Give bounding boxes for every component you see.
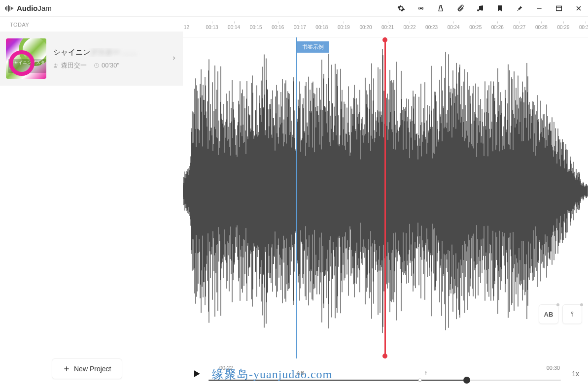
section-today: TODAY xyxy=(0,17,183,32)
settings-icon[interactable] xyxy=(397,4,406,13)
ruler-tick: 00:18 xyxy=(315,24,328,30)
timeline-handle[interactable] xyxy=(463,377,470,384)
chevron-right-icon xyxy=(171,54,177,63)
timeline-scrubber[interactable]: 00:22 00:30 AB xyxy=(208,364,561,384)
pin-icon[interactable] xyxy=(515,4,524,13)
bookmark-icon[interactable] xyxy=(495,4,504,13)
project-thumbnail: シャイニングスター xyxy=(6,38,46,79)
ab-loop-button[interactable]: AB xyxy=(539,304,558,324)
time-total: 00:30 xyxy=(547,365,560,371)
logo-text-2: Jam xyxy=(38,4,52,12)
timeline-track[interactable] xyxy=(208,380,561,381)
ruler-tick: 00:27 xyxy=(513,24,525,30)
svg-point-13 xyxy=(55,64,57,65)
ab-marker-label: AB xyxy=(297,370,305,376)
timeline-ruler[interactable]: 1200:1300:1400:1500:1600:1700:1800:1900:… xyxy=(183,17,588,37)
ruler-tick: 00:16 xyxy=(272,24,284,30)
play-button[interactable] xyxy=(192,369,202,379)
project-info: シャイニングスター …… 森田交一 00'30" xyxy=(53,48,171,70)
playback-speed[interactable]: 1x xyxy=(572,370,579,378)
ruler-tick: 00:28 xyxy=(535,24,548,30)
svg-point-6 xyxy=(420,7,422,9)
ruler-tick: 00:22 xyxy=(404,24,416,30)
ruler-tick: 00:26 xyxy=(491,24,504,30)
playhead[interactable] xyxy=(384,37,386,358)
project-title: シャイニングスター …… xyxy=(53,48,171,57)
ruler-tick: 00:13 xyxy=(206,24,218,30)
project-artist: 森田交一 xyxy=(53,61,87,70)
transport-bar: 00:22 00:30 AB 1x xyxy=(183,358,588,389)
ruler-tick: 00:24 xyxy=(448,24,460,30)
ruler-tick: 00:17 xyxy=(294,24,306,30)
ruler-tick: 00:15 xyxy=(250,24,262,30)
waveform-area[interactable]: 书签示例 AB xyxy=(183,37,588,358)
logo-text-1: Audio xyxy=(17,4,38,12)
ruler-tick: 00:20 xyxy=(359,24,372,30)
attachment-icon[interactable] xyxy=(456,4,465,13)
sidebar: TODAY シャイニングスター シャイニングスター …… 森田交一 00'30" xyxy=(0,17,183,389)
titlebar: AudioJam xyxy=(0,0,588,17)
header-toolbar xyxy=(397,4,583,13)
keyframe-icon xyxy=(423,371,428,377)
project-item[interactable]: シャイニングスター シャイニングスター …… 森田交一 00'30" xyxy=(0,32,183,86)
ruler-tick: 00:19 xyxy=(338,24,350,30)
broadcast-icon[interactable] xyxy=(416,4,425,13)
metronome-icon[interactable] xyxy=(436,4,445,13)
svg-point-839 xyxy=(571,312,573,314)
app-logo: AudioJam xyxy=(5,4,52,12)
ruler-tick: 00:21 xyxy=(381,24,394,30)
new-project-button[interactable]: New Project xyxy=(52,358,122,379)
music-icon[interactable] xyxy=(476,4,484,13)
main-area: 1200:1300:1400:1500:1600:1700:1800:1900:… xyxy=(183,17,588,389)
bookmark-label[interactable]: 书签示例 xyxy=(297,41,329,53)
maximize-icon[interactable] xyxy=(554,4,563,13)
svg-point-841 xyxy=(425,372,427,373)
ruler-tick: 00:23 xyxy=(425,24,438,30)
logo-icon xyxy=(5,5,14,12)
ruler-tick: 12 xyxy=(184,24,189,30)
project-duration: 00'30" xyxy=(94,62,119,69)
minimize-icon[interactable] xyxy=(535,4,544,13)
ruler-tick: 00:30 xyxy=(579,24,588,30)
svg-rect-9 xyxy=(556,6,562,10)
marker-button[interactable] xyxy=(562,304,582,324)
close-icon[interactable] xyxy=(574,4,583,13)
timeline-knob[interactable] xyxy=(418,379,422,382)
ruler-tick: 00:25 xyxy=(469,24,482,30)
time-current: 00:22 xyxy=(219,365,233,371)
bookmark-marker[interactable]: 书签示例 xyxy=(296,37,297,358)
ruler-tick: 00:14 xyxy=(228,24,240,30)
ruler-tick: 00:29 xyxy=(557,24,569,30)
